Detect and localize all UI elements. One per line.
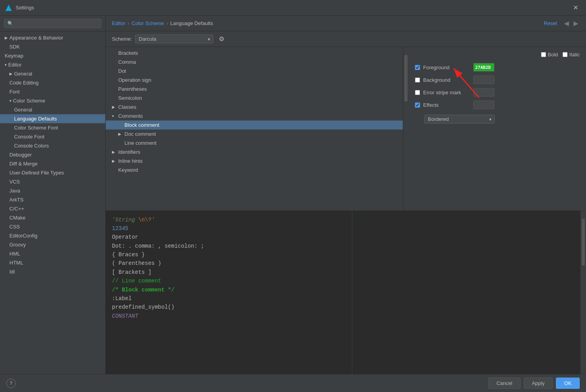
back-button[interactable]: ◀: [563, 20, 570, 27]
tree-item-block-comment[interactable]: Block comment: [106, 120, 403, 129]
reset-button[interactable]: Reset: [541, 20, 559, 27]
preview-line-line-comment: // Line comment: [112, 277, 346, 285]
sidebar-item-console-font[interactable]: Console Font: [0, 132, 105, 141]
sidebar-item-cs-general[interactable]: General: [0, 105, 105, 114]
sidebar-item-diff-merge[interactable]: Diff & Merge: [0, 159, 105, 168]
background-row: Background: [415, 76, 580, 84]
sidebar-item-editor[interactable]: ▾ Editor: [0, 60, 105, 69]
apply-button[interactable]: Apply: [524, 378, 553, 389]
tree-item-comments[interactable]: ▾ Comments: [106, 111, 403, 120]
sidebar-item-color-scheme[interactable]: ▾ Color Scheme: [0, 96, 105, 105]
tree-item-brackets[interactable]: Brackets: [106, 49, 403, 58]
tree-item-semicolon[interactable]: Semicolon: [106, 94, 403, 102]
preview-line-predef: predefined_symbol(): [112, 303, 346, 311]
sidebar-item-cmake[interactable]: CMake: [0, 213, 105, 222]
scheme-select-wrapper: Darcula IntelliJ Light High Contrast: [135, 34, 213, 43]
sidebar-item-css[interactable]: CSS: [0, 222, 105, 231]
sidebar-item-sdk[interactable]: SDK: [0, 42, 105, 51]
sidebar-item-general[interactable]: ▶ General: [0, 69, 105, 78]
error-stripe-label: Error stripe mark: [423, 90, 470, 95]
italic-label[interactable]: Italic: [563, 52, 580, 58]
sidebar-item-console-colors[interactable]: Console Colors: [0, 141, 105, 150]
foreground-row: Foreground 27AB2D: [415, 63, 580, 72]
bottom-right: Cancel Apply OK: [488, 378, 580, 389]
effects-row: Effects: [415, 101, 580, 109]
foreground-checkbox[interactable]: [415, 65, 420, 70]
scheme-label: Scheme:: [112, 36, 132, 42]
cancel-button[interactable]: Cancel: [488, 378, 520, 389]
header-right: Reset ◀ ▶: [541, 20, 580, 27]
bold-label[interactable]: Bold: [541, 52, 558, 58]
sidebar-nav: ▶ Appearance & Behavior SDK Keymap ▾ Edi…: [0, 32, 105, 374]
arrow-icon: ▶: [9, 72, 13, 76]
bold-checkbox[interactable]: [541, 52, 546, 57]
tree-item-inline-hints[interactable]: ▶ Inline hints: [106, 156, 403, 165]
error-stripe-color-swatch[interactable]: [473, 88, 494, 97]
effects-dropdown[interactable]: Bordered Underline Bold Underline Underw…: [424, 115, 495, 124]
tree-item-operation-sign[interactable]: Operation sign: [106, 76, 403, 85]
preview-area: 'String \n\?' 12345 Operator Dot: . comm…: [106, 211, 352, 374]
sidebar-item-color-scheme-font[interactable]: Color Scheme Font: [0, 123, 105, 132]
window-title: Settings: [16, 5, 570, 11]
sidebar-item-idl[interactable]: Idl: [0, 267, 105, 276]
sidebar-item-language-defaults[interactable]: Language Defaults: [0, 114, 105, 123]
sidebar-item-cpp[interactable]: C/C++: [0, 204, 105, 213]
tree-item-parentheses[interactable]: Parentheses: [106, 85, 403, 94]
panel-body: Brackets Comma Dot Operation sign: [106, 47, 586, 210]
preview-scrollbar-thumb: [582, 219, 585, 266]
tree-item-keyword[interactable]: Keyword: [106, 165, 403, 174]
sidebar-item-hml[interactable]: HML: [0, 249, 105, 258]
sidebar-item-java[interactable]: Java: [0, 186, 105, 195]
foreground-color-value: 27AB2D: [474, 63, 494, 72]
sidebar-item-html[interactable]: HTML: [0, 258, 105, 267]
sidebar-item-groovy[interactable]: Groovy: [0, 240, 105, 249]
breadcrumb-editor[interactable]: Editor: [112, 20, 125, 26]
style-options-row: Bold Italic: [415, 52, 580, 59]
tree-item-doc-comment[interactable]: ▶ Doc comment: [106, 129, 403, 138]
preview-line-operator: Operator: [112, 233, 346, 241]
foreground-color-swatch[interactable]: 27AB2D: [473, 63, 494, 72]
preview-right-panel: [352, 211, 586, 374]
sidebar-item-editorconfig[interactable]: EditorConfig: [0, 231, 105, 240]
error-stripe-row: Error stripe mark: [415, 88, 580, 97]
search-input[interactable]: [4, 19, 101, 28]
sidebar-item-arkts[interactable]: ArkTS: [0, 195, 105, 204]
sidebar-item-font[interactable]: Font: [0, 87, 105, 96]
sidebar-item-user-defined[interactable]: User-Defined File Types: [0, 168, 105, 177]
effects-label: Effects: [423, 102, 470, 108]
sidebar-item-appearance[interactable]: ▶ Appearance & Behavior: [0, 33, 105, 42]
ok-button[interactable]: OK: [556, 378, 580, 389]
tree-item-line-comment[interactable]: Line comment: [106, 138, 403, 147]
tree-item-identifiers[interactable]: ▶ Identifiers: [106, 147, 403, 156]
tree-item-dot[interactable]: Dot: [106, 67, 403, 76]
breadcrumb-color-scheme[interactable]: Color Scheme: [132, 20, 164, 26]
nav-arrows: ◀ ▶: [563, 20, 580, 27]
preview-line-dot: Dot: . comma: , semicolon: ;: [112, 242, 346, 250]
background-color-swatch[interactable]: [473, 76, 494, 84]
tree-item-comma[interactable]: Comma: [106, 58, 403, 67]
italic-checkbox[interactable]: [563, 52, 568, 57]
right-panel: Editor › Color Scheme › Language Default…: [106, 16, 586, 374]
close-button[interactable]: ✕: [570, 2, 581, 13]
sidebar-item-vcs[interactable]: VCS: [0, 177, 105, 186]
preview-scrollbar[interactable]: [581, 211, 586, 374]
sidebar-item-debugger[interactable]: Debugger: [0, 150, 105, 159]
preview-line-braces: { Braces }: [112, 250, 346, 259]
main-content: ▶ Appearance & Behavior SDK Keymap ▾ Edi…: [0, 16, 586, 374]
search-bar: [0, 16, 105, 32]
effects-checkbox[interactable]: [415, 102, 420, 108]
tree-panel: Brackets Comma Dot Operation sign: [106, 47, 403, 210]
scheme-gear-button[interactable]: ⚙: [216, 34, 227, 43]
error-stripe-checkbox[interactable]: [415, 90, 420, 95]
effects-color-swatch[interactable]: [473, 101, 494, 109]
tree-item-classes[interactable]: ▶ Classes: [106, 102, 403, 111]
sidebar-item-keymap[interactable]: Keymap: [0, 51, 105, 60]
help-button[interactable]: ?: [6, 379, 16, 388]
arrow-icon: ▾: [5, 63, 7, 67]
scheme-select[interactable]: Darcula IntelliJ Light High Contrast: [135, 34, 213, 43]
preview-line-parens: ( Parentheses ): [112, 259, 346, 268]
tree-scrollbar[interactable]: [403, 47, 409, 210]
background-checkbox[interactable]: [415, 77, 420, 83]
forward-button[interactable]: ▶: [572, 20, 580, 27]
sidebar-item-code-editing[interactable]: Code Editing: [0, 78, 105, 87]
